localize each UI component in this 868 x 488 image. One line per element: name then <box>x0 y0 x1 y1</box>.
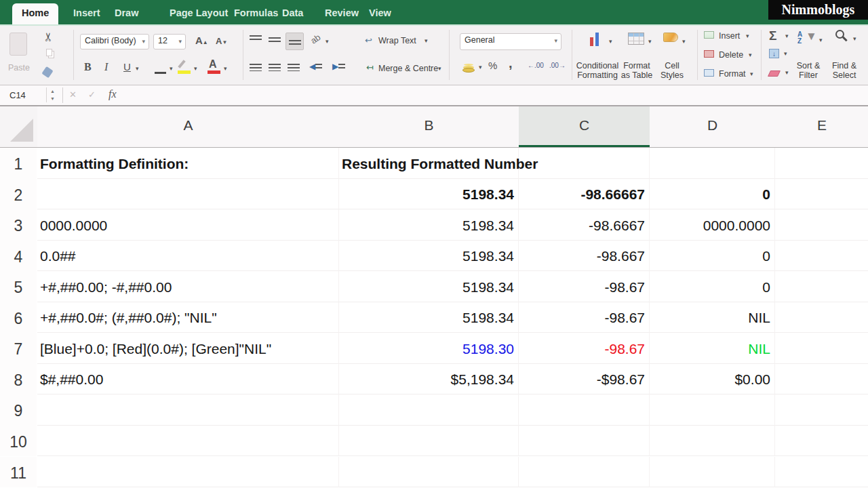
cell-C3[interactable]: -98.6667 <box>519 209 650 241</box>
cell-A8[interactable]: $#,##0.00 <box>37 364 339 395</box>
column-header-A[interactable]: A <box>37 106 339 147</box>
cell-D9[interactable] <box>650 394 775 426</box>
decrease-font-icon[interactable]: A▼ <box>216 36 227 46</box>
align-middle-icon[interactable] <box>269 37 281 43</box>
chevron-down-icon[interactable]: ▾ <box>479 64 482 70</box>
cell-B1[interactable]: Resulting Formatted Number <box>339 148 519 179</box>
cell-B5[interactable]: 5198.34 <box>339 271 519 302</box>
chevron-down-icon[interactable]: ▾ <box>194 65 197 72</box>
percent-style-icon[interactable]: % <box>488 60 497 71</box>
cut-icon[interactable]: ✂ <box>41 32 56 41</box>
select-all-corner[interactable] <box>0 106 37 147</box>
cell-D8[interactable]: $0.00 <box>650 364 775 395</box>
cell-B9[interactable] <box>339 394 519 426</box>
sort-filter-button[interactable]: Sort & Filter <box>789 61 827 80</box>
tab-insert[interactable]: Insert <box>69 0 104 24</box>
row-header-9[interactable]: 9 <box>0 394 37 426</box>
underline-button[interactable]: U <box>123 61 131 73</box>
cell-E5[interactable] <box>775 271 868 302</box>
font-color-icon[interactable]: A <box>209 58 217 70</box>
chevron-down-icon[interactable]: ▾ <box>425 37 428 44</box>
cell-C11[interactable] <box>519 457 650 488</box>
insert-function-icon[interactable]: fx <box>108 88 117 100</box>
cell-C8[interactable]: -$98.67 <box>519 364 650 395</box>
chevron-down-icon[interactable]: ▾ <box>819 37 823 43</box>
row-header-6[interactable]: 6 <box>0 302 37 333</box>
cell-C9[interactable] <box>519 394 650 426</box>
merge-centre-button[interactable]: Merge & Centre <box>378 64 438 73</box>
bold-button[interactable]: B <box>84 61 92 73</box>
cell-D5[interactable]: 0 <box>650 271 775 302</box>
cell-D11[interactable] <box>650 457 775 488</box>
font-name-select[interactable]: Calibri (Body)▾ <box>80 34 149 49</box>
row-header-7[interactable]: 7 <box>0 333 37 364</box>
row-header-10[interactable]: 10 <box>0 426 37 457</box>
cell-B6[interactable]: 5198.34 <box>339 302 519 333</box>
chevron-down-icon[interactable]: ▾ <box>785 33 789 39</box>
cell-D6[interactable]: NIL <box>650 302 775 333</box>
cell-B2[interactable]: 5198.34 <box>339 179 519 210</box>
italic-button[interactable]: I <box>104 61 108 73</box>
number-format-select[interactable]: General▾ <box>460 33 561 50</box>
conditional-formatting-icon[interactable] <box>589 31 602 46</box>
cell-E11[interactable] <box>775 457 868 488</box>
tab-page-layout[interactable]: Page Layout <box>165 0 232 24</box>
cell-B3[interactable]: 5198.34 <box>339 209 519 241</box>
delete-button[interactable]: Delete <box>719 50 743 60</box>
comma-style-icon[interactable]: , <box>509 56 513 71</box>
cell-E8[interactable] <box>775 364 868 395</box>
name-box[interactable]: C14 ▲▼ <box>0 85 62 105</box>
paste-button[interactable]: Paste <box>8 63 30 73</box>
enter-icon[interactable]: ✓ <box>88 89 96 100</box>
find-select-button[interactable]: Find & Select <box>826 61 863 80</box>
fill-icon[interactable]: ↓ <box>769 49 779 58</box>
cell-B8[interactable]: $5,198.34 <box>339 364 519 395</box>
format-as-table-button[interactable]: Format as Table <box>618 61 655 80</box>
cell-B4[interactable]: 5198.34 <box>339 241 519 272</box>
chevron-down-icon[interactable]: ▾ <box>326 38 329 45</box>
row-header-8[interactable]: 8 <box>0 364 37 395</box>
chevron-down-icon[interactable]: ▾ <box>682 38 686 45</box>
tab-data[interactable]: Data <box>278 0 307 24</box>
borders-icon[interactable] <box>155 72 166 74</box>
cell-D3[interactable]: 0000.0000 <box>650 209 775 241</box>
orientation-icon[interactable]: ab <box>309 32 322 46</box>
cell-E4[interactable] <box>775 241 868 272</box>
column-header-E[interactable]: E <box>775 106 868 147</box>
cell-C10[interactable] <box>519 426 650 457</box>
autosum-icon[interactable]: Σ <box>769 28 776 43</box>
wrap-text-button[interactable]: Wrap Text <box>378 36 416 45</box>
cell-B11[interactable] <box>339 457 519 488</box>
cell-styles-button[interactable]: Cell Styles <box>655 61 689 80</box>
fill-color-icon[interactable] <box>178 60 185 68</box>
font-size-select[interactable]: 12▾ <box>153 34 186 49</box>
tab-home[interactable]: Home <box>12 3 58 24</box>
cell-B10[interactable] <box>339 426 519 457</box>
paste-icon[interactable] <box>9 33 27 56</box>
cell-C4[interactable]: -98.667 <box>519 241 650 272</box>
align-right-icon[interactable] <box>288 64 300 71</box>
cell-E2[interactable] <box>775 179 868 210</box>
cell-A3[interactable]: 0000.0000 <box>37 209 339 241</box>
cell-C5[interactable]: -98.67 <box>519 271 650 302</box>
align-top-icon[interactable] <box>250 35 262 41</box>
chevron-down-icon[interactable]: ▾ <box>136 65 139 72</box>
row-header-3[interactable]: 3 <box>0 209 37 241</box>
conditional-formatting-button[interactable]: Conditional Formatting <box>575 61 620 80</box>
chevron-down-icon[interactable]: ▾ <box>784 50 787 57</box>
cell-A5[interactable]: +#,##0.00; -#,##0.00 <box>37 271 339 302</box>
row-header-2[interactable]: 2 <box>0 179 37 210</box>
cell-E9[interactable] <box>775 394 868 426</box>
insert-button[interactable]: Insert <box>719 31 740 41</box>
row-header-5[interactable]: 5 <box>0 271 37 302</box>
cell-D4[interactable]: 0 <box>650 241 775 272</box>
format-painter-icon[interactable] <box>41 66 53 79</box>
cell-A2[interactable] <box>37 179 339 210</box>
cell-E1[interactable] <box>775 148 868 179</box>
cell-C6[interactable]: -98.67 <box>519 302 650 333</box>
cell-E10[interactable] <box>775 426 868 457</box>
cell-D1[interactable] <box>650 148 775 179</box>
cell-A7[interactable]: [Blue]+0.0; [Red](0.0#); [Green]"NIL" <box>37 333 339 364</box>
cell-styles-icon[interactable] <box>663 33 678 42</box>
chevron-down-icon[interactable]: ▾ <box>749 52 752 58</box>
